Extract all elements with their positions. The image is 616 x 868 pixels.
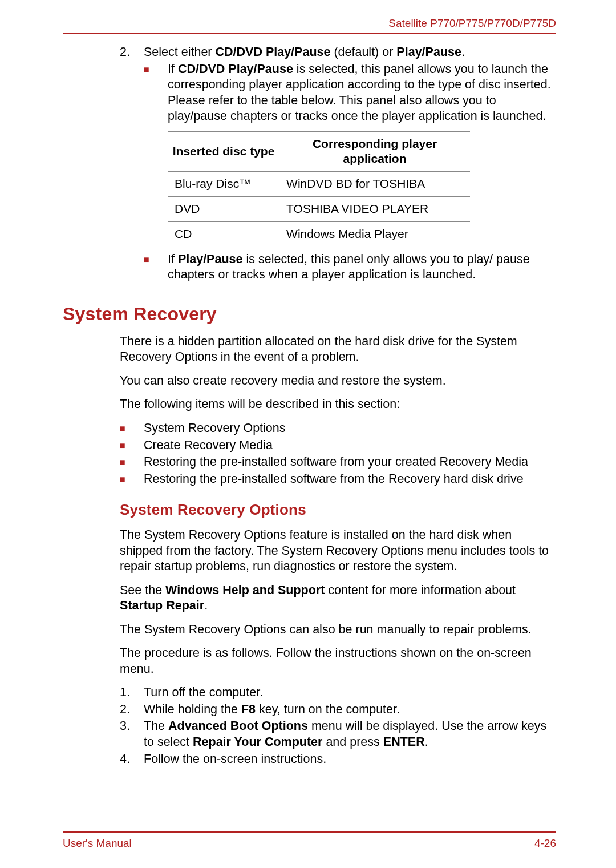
table-header-disc-type: Inserted disc type (168, 131, 279, 172)
procedure-step: 4. Follow the on-screen instructions. (120, 752, 556, 768)
list-item: ■ Create Recovery Media (120, 438, 556, 454)
procedure-step: 2. While holding the F8 key, turn on the… (120, 702, 556, 718)
procedure-step: 3. The Advanced Boot Options menu will b… (120, 718, 556, 750)
text: . (461, 45, 465, 59)
text: content for more information about (325, 583, 516, 597)
list-text: System Recovery Options (144, 421, 556, 437)
text: . (425, 735, 428, 749)
paragraph: You can also create recovery media and r… (120, 373, 556, 389)
sub-bullet-list: ■ If Play/Pause is selected, this panel … (144, 252, 556, 283)
text: The (144, 719, 168, 733)
step-body: Select either CD/DVD Play/Pause (default… (144, 45, 556, 60)
bold-text: Repair Your Computer (193, 735, 322, 749)
text: key, turn on the computer. (256, 703, 400, 716)
text: and press (322, 735, 383, 749)
paragraph: The System Recovery Options feature is i… (120, 527, 556, 575)
paragraph: The following items will be described in… (120, 397, 556, 413)
step-2: 2. Select either CD/DVD Play/Pause (defa… (120, 45, 556, 60)
step-number: 4. (120, 752, 144, 768)
bullet-icon: ■ (120, 438, 144, 454)
sub-bullet-list: ■ If CD/DVD Play/Pause is selected, this… (144, 62, 556, 124)
paragraph: There is a hidden partition allocated on… (120, 334, 556, 365)
text: If (168, 62, 178, 76)
heading-system-recovery: System Recovery (63, 302, 556, 326)
text: See the (120, 583, 165, 597)
step-text: While holding the F8 key, turn on the co… (144, 702, 556, 718)
table-row: Blu-ray Disc™ WinDVD BD for TOSHIBA (168, 172, 470, 197)
footer-left: User's Manual (63, 837, 132, 850)
bullet-icon: ■ (120, 471, 144, 487)
list-item: ■ System Recovery Options (120, 421, 556, 437)
text: . (204, 599, 208, 612)
cell: Blu-ray Disc™ (168, 172, 279, 197)
step-text: The Advanced Boot Options menu will be d… (144, 718, 556, 750)
bold-text: CD/DVD Play/Pause (215, 45, 330, 59)
bullet-icon: ■ (120, 454, 144, 470)
table-header-player-app: Corresponding player application (279, 131, 470, 172)
list-text: Restoring the pre-installed software fro… (144, 454, 556, 470)
section-list: ■ System Recovery Options ■ Create Recov… (120, 421, 556, 487)
step-number: 2. (120, 702, 144, 718)
step-text: Follow the on-screen instructions. (144, 752, 556, 768)
cell: Windows Media Player (279, 222, 470, 247)
text: If (168, 252, 178, 266)
list-item: ■ Restoring the pre-installed software f… (120, 471, 556, 487)
footer-page-number: 4-26 (534, 837, 556, 850)
table: Inserted disc type Corresponding player … (168, 131, 470, 247)
paragraph: The System Recovery Options can also be … (120, 622, 556, 638)
bullet-icon: ■ (120, 421, 144, 437)
paragraph: The procedure is as follows. Follow the … (120, 645, 556, 677)
bold-text: ENTER (383, 735, 425, 749)
step-number: 2. (120, 45, 144, 60)
cell: TOSHIBA VIDEO PLAYER (279, 197, 470, 222)
table-row: DVD TOSHIBA VIDEO PLAYER (168, 197, 470, 222)
text: (default) or (330, 45, 396, 59)
step-number: 3. (120, 718, 144, 750)
header-model: Satellite P770/P775/P770D/P775D (63, 17, 556, 34)
step-text: Turn off the computer. (144, 685, 556, 701)
page: Satellite P770/P775/P770D/P775D 2. Selec… (0, 0, 616, 868)
disc-table: Inserted disc type Corresponding player … (168, 131, 470, 247)
bold-text: Advanced Boot Options (168, 719, 308, 733)
bullet-icon: ■ (144, 252, 168, 283)
bold-text: Windows Help and Support (165, 583, 325, 597)
list-text: Create Recovery Media (144, 438, 556, 454)
bullet-icon: ■ (144, 62, 168, 124)
bullet-item: ■ If CD/DVD Play/Pause is selected, this… (144, 62, 556, 124)
content: 2. Select either CD/DVD Play/Pause (defa… (63, 45, 556, 767)
cell: DVD (168, 197, 279, 222)
cell: CD (168, 222, 279, 247)
bullet-body: If CD/DVD Play/Pause is selected, this p… (168, 62, 556, 124)
procedure-step: 1. Turn off the computer. (120, 685, 556, 701)
bullet-body: If Play/Pause is selected, this panel on… (168, 252, 556, 283)
heading-system-recovery-options: System Recovery Options (120, 500, 556, 519)
list-item: ■ Restoring the pre-installed software f… (120, 454, 556, 470)
list-text: Restoring the pre-installed software fro… (144, 471, 556, 487)
bold-text: Startup Repair (120, 599, 204, 612)
paragraph: See the Windows Help and Support content… (120, 583, 556, 614)
bold-text: CD/DVD Play/Pause (178, 62, 293, 76)
cell: WinDVD BD for TOSHIBA (279, 172, 470, 197)
footer: User's Manual 4-26 (63, 831, 556, 850)
bold-text: Play/Pause (396, 45, 461, 59)
text: While holding the (144, 703, 241, 716)
text: Select either (144, 45, 215, 59)
bold-text: Play/Pause (178, 252, 243, 266)
procedure-list: 1. Turn off the computer. 2. While holdi… (120, 685, 556, 767)
step-number: 1. (120, 685, 144, 701)
table-row: CD Windows Media Player (168, 222, 470, 247)
bullet-item: ■ If Play/Pause is selected, this panel … (144, 252, 556, 283)
bold-text: F8 (241, 703, 256, 716)
